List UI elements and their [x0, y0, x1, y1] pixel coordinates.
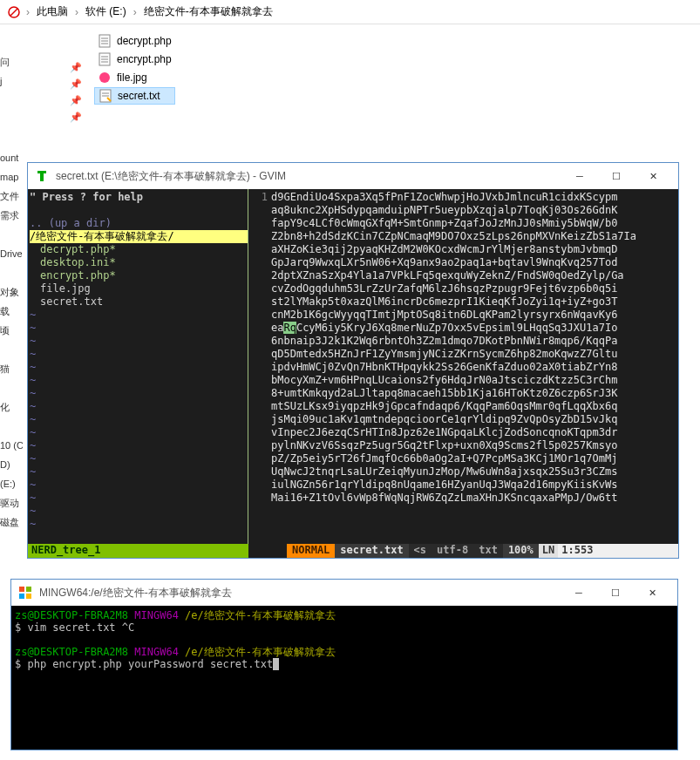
status-percent: 100%	[503, 544, 539, 558]
gvim-icon	[35, 169, 49, 183]
status-filetype: txt	[473, 544, 503, 558]
nerdtree-dir[interactable]: /绝密文件-有本事破解就拿去/	[30, 230, 248, 243]
breadcrumb-drive[interactable]: 软件 (E:)	[84, 4, 128, 19]
terminal-body[interactable]: zs@DESKTOP-FBRA2M8 MINGW64 /e/绝密文件-有本事破解…	[11, 606, 677, 750]
nerdtree-help: " Press ? for help	[30, 191, 248, 204]
close-button[interactable]: ✕	[634, 580, 670, 605]
file-list: decrypt.phpencrypt.phpfile.jpgsecret.txt	[94, 24, 175, 157]
mingw-icon	[18, 586, 32, 600]
breadcrumb-root[interactable]: 此电脑	[35, 4, 70, 19]
status-ln-label: LN	[539, 544, 558, 558]
file-name: file.jpg	[117, 71, 147, 84]
statusline: NERD_tree_1 NORMAL secret.txt <s utf-8 t…	[28, 544, 678, 558]
mingw-window: MINGW64:/e/绝密文件-有本事破解就拿去 ─ ☐ ✕ zs@DESKTO…	[10, 579, 678, 750]
svg-rect-15	[19, 587, 24, 592]
svg-rect-17	[19, 594, 24, 599]
file-item[interactable]: decrypt.php	[94, 32, 175, 50]
breadcrumb-folder[interactable]: 绝密文件-有本事破解就拿去	[142, 4, 275, 19]
svg-point-10	[99, 72, 110, 83]
status-nerdtree: NERD_tree_1	[28, 544, 248, 558]
nerdtree-file[interactable]: secret.txt	[30, 295, 248, 309]
nerdtree-file[interactable]: desktop.ini*	[30, 256, 248, 269]
mingw-title: MINGW64:/e/绝密文件-有本事破解就拿去	[39, 586, 554, 601]
close-button[interactable]: ✕	[635, 164, 671, 188]
file-name: decrypt.php	[117, 35, 172, 47]
svg-rect-16	[26, 587, 31, 592]
gvim-window: secret.txt (E:\绝密文件-有本事破解就拿去) - GVIM ─ ☐…	[27, 162, 679, 559]
gvim-title: secret.txt (E:\绝密文件-有本事破解就拿去) - GVIM	[56, 169, 554, 184]
status-mode: NORMAL	[287, 544, 335, 558]
file-item[interactable]: encrypt.php	[94, 51, 175, 68]
pin-icon: 📌	[59, 109, 94, 126]
status-file: secret.txt	[335, 544, 408, 558]
nerdtree-file[interactable]: file.jpg	[30, 282, 248, 295]
nerdtree-file[interactable]: decrypt.php*	[30, 243, 248, 256]
gvim-titlebar[interactable]: secret.txt (E:\绝密文件-有本事破解就拿去) - GVIM ─ ☐…	[28, 163, 678, 189]
left-panel-fragments: 问j ountmap文件需求 Drive 对象载顷 猫 化 10 (CD) (E…	[0, 52, 23, 532]
no-entry-icon	[7, 5, 21, 19]
svg-line-1	[10, 9, 17, 16]
php-icon	[98, 52, 112, 66]
file-content[interactable]: d9GEndiUo4Sxpa3Xq5fPnF1ZocWhwpjHoJVxbJml…	[271, 189, 678, 544]
pin-icon: 📌	[59, 92, 94, 109]
pin-icon: 📌	[59, 76, 94, 92]
maximize-button[interactable]: ☐	[598, 164, 635, 188]
nerdtree-updir[interactable]: .. (up a dir)	[30, 217, 248, 230]
nerdtree-panel[interactable]: " Press ? for help .. (up a dir) /绝密文件-有…	[28, 189, 248, 544]
text-icon	[99, 89, 112, 103]
image-icon	[98, 71, 112, 85]
nerdtree-file[interactable]: encrypt.php*	[30, 269, 248, 282]
minimize-button[interactable]: ─	[561, 580, 597, 605]
explorer-window: › 此电脑 › 软件 (E:) › 绝密文件-有本事破解就拿去 📌 📌 📌 📌 …	[0, 0, 700, 157]
svg-rect-18	[26, 594, 31, 599]
php-icon	[98, 34, 112, 48]
file-item[interactable]: secret.txt	[94, 87, 175, 105]
file-name: encrypt.php	[117, 53, 172, 65]
file-name: secret.txt	[118, 90, 160, 102]
breadcrumb[interactable]: › 此电脑 › 软件 (E:) › 绝密文件-有本事破解就拿去	[0, 0, 700, 24]
status-position: 1:553	[558, 544, 678, 558]
maximize-button[interactable]: ☐	[597, 580, 634, 605]
svg-marker-14	[37, 171, 46, 181]
pin-column: 📌 📌 📌 📌	[59, 24, 94, 157]
mingw-titlebar[interactable]: MINGW64:/e/绝密文件-有本事破解就拿去 ─ ☐ ✕	[11, 580, 677, 606]
status-seg: <s	[409, 544, 432, 558]
line-number-col: 1	[248, 189, 271, 544]
breadcrumb-sep: ›	[24, 6, 31, 18]
file-item[interactable]: file.jpg	[94, 69, 175, 86]
pin-icon: 📌	[59, 59, 94, 76]
minimize-button[interactable]: ─	[561, 164, 598, 188]
status-encoding: utf-8	[432, 544, 473, 558]
